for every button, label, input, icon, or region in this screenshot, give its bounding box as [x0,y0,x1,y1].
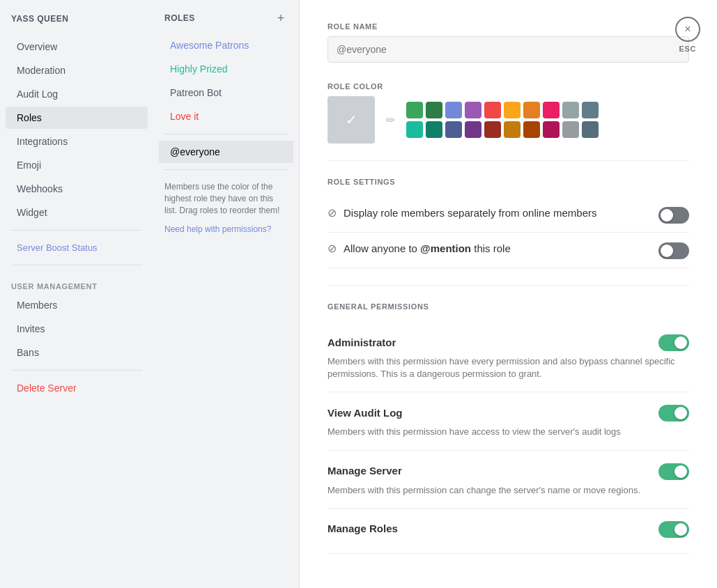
toggle-slider-manage-roles [658,521,689,538]
color-swatch[interactable] [504,121,521,138]
role-name-label: ROLE NAME [327,22,689,31]
color-swatch[interactable] [543,121,560,138]
role-settings-label: ROLE SETTINGS [327,178,689,186]
sidebar-item-overview[interactable]: Overview [6,36,148,58]
permission-row-manage-roles: Manage Roles [327,509,689,554]
permission-row-top-manage-roles: Manage Roles [327,520,689,538]
user-management-label: USER MANAGEMENT [0,271,153,293]
color-swatch[interactable] [523,102,540,118]
setting-title-mention: Allow anyone to @mention this role [344,241,511,256]
server-name: YASS QUEEN [0,14,153,35]
color-swatch[interactable] [426,121,442,138]
role-name-input[interactable] [327,36,689,63]
role-color-label: ROLE COLOR [327,82,689,91]
toggle-manage-roles[interactable] [658,521,689,538]
close-button[interactable]: × [675,17,700,42]
toggle-slider-manage-server [658,463,689,480]
color-row-2 [406,121,599,138]
color-swatch[interactable] [445,102,462,118]
color-swatch[interactable] [562,102,579,118]
color-swatch[interactable] [543,102,560,118]
sidebar-item-audit-log[interactable]: Audit Log [6,83,148,105]
divider-after-color [327,160,689,161]
permission-desc-administrator: Members with this permission have every … [327,355,689,380]
role-settings-section: ROLE SETTINGS ⊘ Display role members sep… [327,178,689,268]
toggle-view-audit-log[interactable] [658,405,689,421]
color-swatch[interactable] [523,121,540,138]
roles-divider [164,134,288,134]
color-swatch[interactable] [582,121,599,138]
sidebar-item-members[interactable]: Members [6,294,148,316]
permission-name-manage-roles: Manage Roles [327,523,398,534]
color-swatch[interactable] [562,121,579,138]
add-role-button[interactable]: + [274,11,288,25]
permission-name-manage-server: Manage Server [327,465,402,477]
color-swatch[interactable] [504,102,521,118]
permission-row-top-admin: Administrator [327,333,689,351]
permission-name-view-audit-log: View Audit Log [327,407,403,419]
color-swatch[interactable] [445,121,462,138]
sidebar-divider-1 [11,230,142,231]
divider-after-settings [327,285,689,286]
color-swatch[interactable] [484,121,501,138]
color-swatches [406,102,599,138]
eyedropper-icon[interactable]: ✏ [386,114,395,127]
permission-name-administrator: Administrator [327,336,396,348]
roles-panel-title: ROLES [164,13,195,23]
role-color-section: ROLE COLOR ✓ ✏ [327,82,689,144]
roles-panel-header: ROLES + [153,11,299,33]
sidebar-divider-2 [11,265,142,265]
role-item-patreon-bot[interactable]: Patreon Bot [159,82,293,104]
permission-row-top-manage-server: Manage Server [327,462,689,480]
toggle-slider-administrator [658,334,689,351]
sidebar-item-bans[interactable]: Bans [6,341,148,364]
sidebar-item-invites[interactable]: Invites [6,318,148,340]
general-permissions-section: GENERAL PERMISSIONS Administrator Member… [327,302,689,554]
sidebar-item-delete-server[interactable]: Delete Server [6,377,148,399]
toggle-display-separately[interactable] [658,207,689,224]
toggle-allow-mention[interactable] [658,242,689,259]
toggle-manage-server[interactable] [658,463,689,480]
sidebar-item-roles[interactable]: Roles [6,107,148,129]
role-item-awesome-patrons[interactable]: Awesome Patrons [159,34,293,56]
toggle-slider-audit-log [658,405,689,421]
main-content: × ESC ROLE NAME ROLE COLOR ✓ ✏ [300,0,717,588]
roles-help-link[interactable]: Need help with permissions? [153,222,299,237]
color-row-1 [406,102,599,118]
no-entry-icon: ⊘ [327,206,337,219]
roles-panel: ROLES + Awesome Patrons Highly Prized Pa… [153,0,300,588]
toggle-slider-display [658,207,689,224]
mention-highlight: @mention [420,242,471,254]
permission-desc-view-audit-log: Members with this permission have access… [327,426,689,438]
roles-divider-2 [164,169,288,170]
settings-sidebar: YASS QUEEN Overview Moderation Audit Log… [0,0,153,588]
permission-row-administrator: Administrator Members with this permissi… [327,322,689,392]
color-swatch[interactable] [406,121,423,138]
sidebar-item-moderation[interactable]: Moderation [6,59,148,82]
setting-content-mention: ⊘ Allow anyone to @mention this role [327,241,658,256]
sidebar-item-boost[interactable]: Server Boost Status [6,237,148,258]
permission-row-manage-server: Manage Server Members with this permissi… [327,451,689,509]
color-swatch[interactable] [465,121,481,138]
color-swatch[interactable] [426,102,442,118]
color-picker-row: ✓ ✏ [327,96,689,144]
selected-color-swatch[interactable]: ✓ [327,96,375,144]
role-item-love-it[interactable]: Love it [159,105,293,127]
role-item-everyone[interactable]: @everyone [159,141,293,163]
color-swatch[interactable] [406,102,423,118]
sidebar-item-webhooks[interactable]: Webhooks [6,178,148,200]
checkmark-icon: ✓ [346,111,357,128]
setting-title-display: Display role members separately from onl… [344,206,596,220]
toggle-administrator[interactable] [658,334,689,351]
roles-help-text: Members use the color of the highest rol… [153,176,299,222]
color-swatch[interactable] [582,102,599,118]
color-swatch[interactable] [465,102,481,118]
sidebar-item-integrations[interactable]: Integrations [6,130,148,153]
color-swatch[interactable] [484,102,501,118]
setting-row-display-separately: ⊘ Display role members separately from o… [327,197,689,233]
mention-title-prefix: Allow anyone to [344,242,420,254]
role-item-highly-prized[interactable]: Highly Prized [159,58,293,80]
sidebar-item-widget[interactable]: Widget [6,201,148,224]
sidebar-item-emoji[interactable]: Emoji [6,154,148,176]
permission-row-view-audit-log: View Audit Log Members with this permiss… [327,392,689,450]
